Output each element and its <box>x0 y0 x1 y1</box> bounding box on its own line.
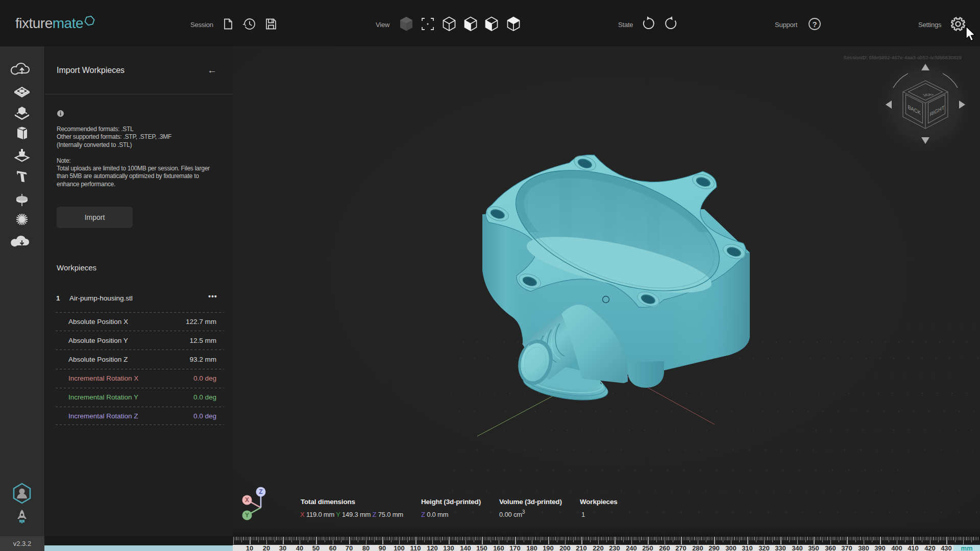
svg-text:Workpieces: Workpieces <box>580 498 618 506</box>
svg-text:Total dimensions: Total dimensions <box>301 498 355 506</box>
svg-text:Volume (3d-printed): Volume (3d-printed) <box>499 498 562 506</box>
svg-text:0.00 cm3: 0.00 cm3 <box>499 509 525 518</box>
svg-text:Y: Y <box>245 512 249 519</box>
svg-text:1: 1 <box>581 511 585 518</box>
svg-text:X: X <box>245 496 249 504</box>
svg-text:X 119.0 mm Y 149.3 mm Z 75.0 m: X 119.0 mm Y 149.3 mm Z 75.0 mm <box>300 511 403 518</box>
svg-text:Z 0.0 mm: Z 0.0 mm <box>421 511 448 518</box>
svg-text:?: ? <box>812 20 817 29</box>
svg-text:Z: Z <box>259 488 262 495</box>
svg-text:Height (3d-printed): Height (3d-printed) <box>421 498 481 506</box>
svg-text:SessionID: 5fde5992-467e-4aa3-: SessionID: 5fde5992-467e-4aa3-ab53-acfd6… <box>844 55 962 60</box>
